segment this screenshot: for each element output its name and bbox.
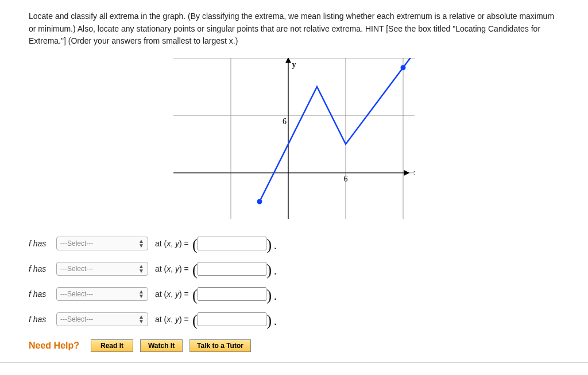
at-xy-label: at (x, y) = [155,315,189,324]
select-placeholder: ---Select--- [60,239,93,248]
svg-marker-9 [404,171,409,175]
need-help-label: Need Help? [29,341,79,351]
chevron-updown-icon: ▲▼ [138,315,144,324]
select-placeholder: ---Select--- [60,315,93,323]
answer-row-1: f has ---Select--- ▲▼ at (x, y) = ( ) . [29,234,559,253]
close-paren: ) [266,264,272,276]
chevron-updown-icon: ▲▼ [138,264,144,273]
help-row: Need Help? Read It Watch It Talk to a Tu… [29,339,559,352]
answer-row-4: f has ---Select--- ▲▼ at (x, y) = ( ) . [29,310,559,329]
graph-wrap: 6 6 x [29,58,559,219]
endpoint-left [257,199,262,204]
function-curve [260,58,415,202]
close-paren: ) [266,239,272,250]
fhas-label: f has [29,264,52,273]
gridlines [173,58,415,219]
instructions-content: Locate and classify all extrema in the g… [29,11,554,45]
select-placeholder: ---Select--- [60,290,93,298]
period: . [273,263,277,278]
period: . [273,288,277,303]
open-paren: ( [192,239,198,250]
answer-row-2: f has ---Select--- ▲▼ at (x, y) = ( ) . [29,259,559,279]
at-xy-label: at (x, y) = [155,264,189,273]
classification-select-4[interactable]: ---Select--- ▲▼ [56,312,148,326]
read-it-button[interactable]: Read It [91,339,133,352]
chevron-updown-icon: ▲▼ [138,239,144,248]
fhas-label: f has [29,289,52,299]
at-xy-label: at (x, y) = [155,289,189,299]
classification-select-3[interactable]: ---Select--- ▲▼ [56,287,148,301]
classification-select-2[interactable]: ---Select--- ▲▼ [56,262,148,276]
period: . [273,238,277,253]
x-tick-label: 6 [344,175,348,183]
select-placeholder: ---Select--- [60,265,93,273]
problem-container: Locate and classify all extrema in the g… [0,0,588,363]
graph-svg: 6 6 x [173,58,415,219]
talk-to-tutor-button[interactable]: Talk to a Tutor [189,339,251,352]
open-paren: ( [192,264,198,276]
fhas-label: f has [29,239,52,248]
period: . [273,314,277,328]
answer-row-3: f has ---Select--- ▲▼ at (x, y) = ( ) . [29,284,559,304]
close-paren: ) [266,315,272,326]
xy-input-4[interactable] [198,312,266,326]
chevron-updown-icon: ▲▼ [138,289,144,299]
classification-select-1[interactable]: ---Select--- ▲▼ [56,237,148,250]
at-xy-label: at (x, y) = [155,239,189,248]
watch-it-button[interactable]: Watch It [140,339,183,352]
open-paren: ( [192,315,198,326]
xy-input-2[interactable] [198,262,266,276]
instructions-text: Locate and classify all extrema in the g… [29,10,559,48]
endpoint-right [401,65,406,70]
y-axis-label-overlay: y [29,60,559,69]
x-axis-label: x [413,168,415,177]
xy-input-3[interactable] [198,287,266,301]
open-paren: ( [192,289,198,301]
fhas-label: f has [29,315,52,324]
y-tick-label: 6 [283,117,287,126]
svg-marker-10 [286,58,291,63]
close-paren: ) [266,289,272,301]
xy-input-1[interactable] [198,237,266,250]
